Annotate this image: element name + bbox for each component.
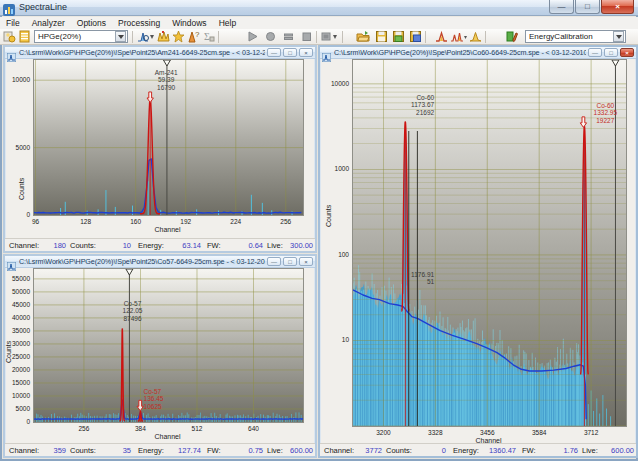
status-label: Energy: [138, 241, 164, 250]
menu-item-processing[interactable]: Processing [112, 17, 166, 29]
status-label: FW: [522, 446, 536, 455]
y-tick-label: 40000 [4, 314, 30, 321]
toolbar-separator [132, 31, 133, 43]
y-tick-label: 5000 [4, 144, 30, 151]
child-title: C:\Lsrm\Work\GP\HPGe(20%)\!Spe\Point25\C… [334, 48, 586, 57]
pause-icon[interactable] [281, 30, 296, 44]
peak-marker-icon[interactable] [434, 30, 449, 44]
button-glyph: □ [288, 259, 292, 265]
detector-select[interactable]: HPGe(20%) [34, 30, 128, 43]
y-tick-label: 10000 [4, 392, 30, 399]
menu-bar: FileAnalyzerOptionsProcessingWindowsHelp [0, 17, 638, 29]
x-axis-label: Channel [143, 433, 193, 440]
menu-item-options[interactable]: Options [71, 17, 112, 29]
child-minimize-button[interactable]: — [588, 48, 602, 57]
x-tick-label: 384 [125, 425, 155, 432]
record-icon[interactable] [263, 30, 278, 44]
menu-item-analyzer[interactable]: Analyzer [26, 17, 71, 29]
status-value: 3772 [365, 446, 382, 455]
x-tick-label: 512 [182, 425, 212, 432]
button-glyph: □ [288, 50, 292, 56]
app-maximize-button[interactable]: □ [575, 0, 600, 14]
y-tick-label: 100 [323, 251, 349, 258]
save-report-icon[interactable] [391, 30, 406, 44]
detector-acquire-icon[interactable] [319, 30, 340, 44]
activity-icon[interactable]: ? [186, 30, 201, 44]
y-axis-label: Counts [18, 178, 25, 200]
spectrum-new-icon[interactable] [2, 30, 17, 44]
button-glyph: — [592, 50, 598, 56]
y-tick-label: 0 [4, 211, 30, 218]
child-titlebar[interactable]: C:\Lsrm\Work\GP\HPGe(20%)\!Spe\Point25\C… [5, 256, 315, 268]
spectrum-window-am241: C:\Lsrm\Work\GP\HPGe(20%)\!Spe\Point25\A… [3, 45, 317, 253]
child-titlebar[interactable]: C:\Lsrm\Work\GP\HPGe(20%)\!Spe\Point25\A… [5, 47, 315, 59]
menu-item-windows[interactable]: Windows [166, 17, 212, 29]
application-window: SpectraLine — □ × FileAnalyzerOptionsPro… [0, 0, 638, 461]
menu-item-file[interactable]: File [0, 17, 26, 29]
chevron-down-icon[interactable] [115, 31, 126, 42]
calibration-pen-icon[interactable] [504, 30, 519, 44]
status-label: Live: [582, 446, 598, 455]
spectrum-plot[interactable] [33, 268, 304, 423]
status-value: 1360.47 [489, 446, 516, 455]
child-minimize-button[interactable]: — [267, 48, 281, 57]
child-close-button[interactable]: × [620, 48, 634, 57]
peak-annotation: Co-57136.4510625 [144, 388, 164, 410]
child-close-button[interactable]: × [299, 48, 313, 57]
button-glyph: × [625, 50, 629, 56]
y-axis-label: Counts [325, 205, 332, 227]
peak-area-icon[interactable] [468, 30, 483, 44]
save-spectrum-icon[interactable] [374, 30, 389, 44]
chevron-down-icon[interactable] [613, 31, 624, 42]
button-glyph: × [304, 50, 308, 56]
y-tick-label: 20000 [4, 366, 30, 373]
x-tick-label: 160 [121, 218, 151, 225]
child-minimize-button[interactable]: — [267, 257, 281, 266]
child-maximize-button[interactable]: □ [283, 257, 297, 266]
child-maximize-button[interactable]: □ [604, 48, 618, 57]
status-value: 600.00 [290, 446, 313, 455]
x-tick-label: 96 [21, 218, 51, 225]
svg-text:?: ? [195, 30, 200, 39]
y-tick-label: 35000 [4, 327, 30, 334]
status-bar: Channel:3772 Counts:0 Energy:1360.47 FW:… [320, 443, 636, 456]
peak-annotation: Co-601332.9519227 [594, 102, 618, 124]
button-glyph: □ [609, 50, 613, 56]
x-tick-label: 192 [171, 218, 201, 225]
spectrum-file-icon [7, 48, 16, 57]
child-titlebar[interactable]: C:\Lsrm\Work\GP\HPGe(20%)\!Spe\Point25\C… [320, 47, 636, 59]
button-glyph: — [271, 50, 277, 56]
child-close-button[interactable]: × [299, 257, 313, 266]
y-tick-label: 10000 [323, 80, 349, 87]
app-title: SpectraLine [19, 2, 67, 12]
efficiency-icon[interactable] [171, 30, 186, 44]
y-axis-label: Counts [5, 341, 12, 363]
save-all-icon[interactable] [408, 30, 423, 44]
button-glyph: × [615, 3, 620, 11]
report-sigma-icon[interactable]: Σ [201, 30, 216, 44]
identify-icon[interactable] [156, 30, 171, 44]
x-tick-label: 256 [69, 425, 99, 432]
x-axis-label: Channel [464, 437, 514, 444]
status-value: 180 [53, 241, 66, 250]
stop-icon[interactable] [299, 30, 314, 44]
spectrum-window-co60: C:\Lsrm\Work\GP\HPGe(20%)\!Spe\Point25\C… [318, 45, 638, 458]
app-close-button[interactable]: × [601, 0, 634, 14]
y-tick-label: 1000 [323, 165, 349, 172]
status-value: 359 [53, 446, 66, 455]
nuclide-table-icon[interactable] [17, 30, 32, 44]
app-titlebar[interactable]: SpectraLine — □ × [0, 0, 638, 16]
status-value: 35 [123, 446, 131, 455]
open-spectrum-icon[interactable] [355, 30, 372, 44]
svg-text:Σ: Σ [204, 31, 210, 42]
peak-annotation: Am-24159.3916790 [155, 69, 178, 91]
status-label: Channel: [9, 446, 39, 455]
calibration-select[interactable]: EnergyCalibration [525, 30, 626, 43]
start-acquisition-icon[interactable] [245, 30, 260, 44]
mdi-area: C:\Lsrm\Work\GP\HPGe(20%)\!Spe\Point25\A… [2, 45, 636, 459]
multi-peak-icon[interactable] [449, 30, 468, 44]
app-minimize-button[interactable]: — [549, 0, 574, 14]
child-maximize-button[interactable]: □ [283, 48, 297, 57]
peak-search-icon[interactable] [135, 30, 156, 44]
menu-item-help[interactable]: Help [213, 17, 242, 29]
